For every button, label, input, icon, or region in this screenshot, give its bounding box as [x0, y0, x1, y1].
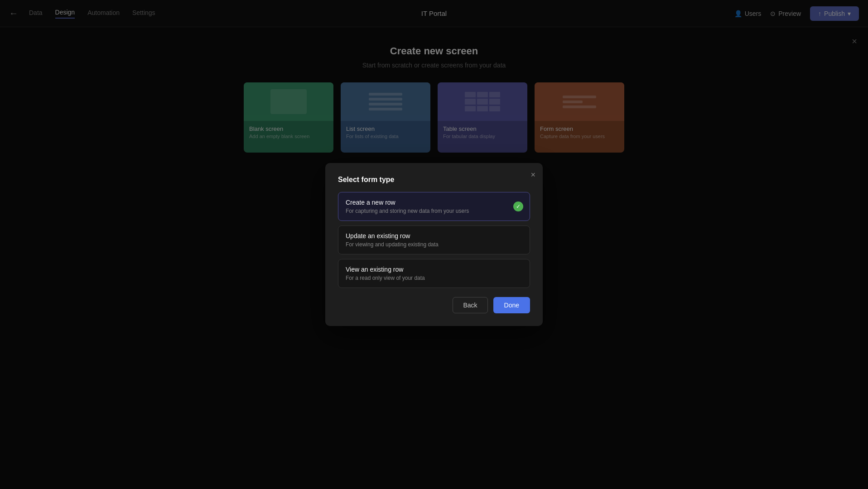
done-button[interactable]: Done	[493, 297, 530, 313]
back-button[interactable]: Back	[453, 297, 487, 313]
option-view-existing-row[interactable]: View an existing row For a read only vie…	[338, 259, 530, 288]
select-form-type-modal: × Select form type Create a new row For …	[325, 163, 543, 326]
option-update-existing-row-title: Update an existing row	[346, 232, 522, 240]
option-update-existing-row[interactable]: Update an existing row For viewing and u…	[338, 225, 530, 254]
check-icon-selected: ✓	[513, 201, 523, 211]
option-view-existing-row-desc: For a read only view of your data	[346, 275, 522, 281]
modal-title: Select form type	[338, 176, 530, 184]
option-update-existing-row-desc: For viewing and updating existing data	[346, 241, 522, 248]
modal-close-button[interactable]: ×	[530, 170, 535, 180]
modal-overlay: × Select form type Create a new row For …	[0, 0, 868, 489]
modal-footer: Back Done	[338, 297, 530, 313]
option-create-new-row-desc: For capturing and storing new data from …	[346, 208, 522, 214]
option-create-new-row-title: Create a new row	[346, 199, 522, 206]
option-view-existing-row-title: View an existing row	[346, 266, 522, 273]
option-create-new-row[interactable]: Create a new row For capturing and stori…	[338, 192, 530, 221]
